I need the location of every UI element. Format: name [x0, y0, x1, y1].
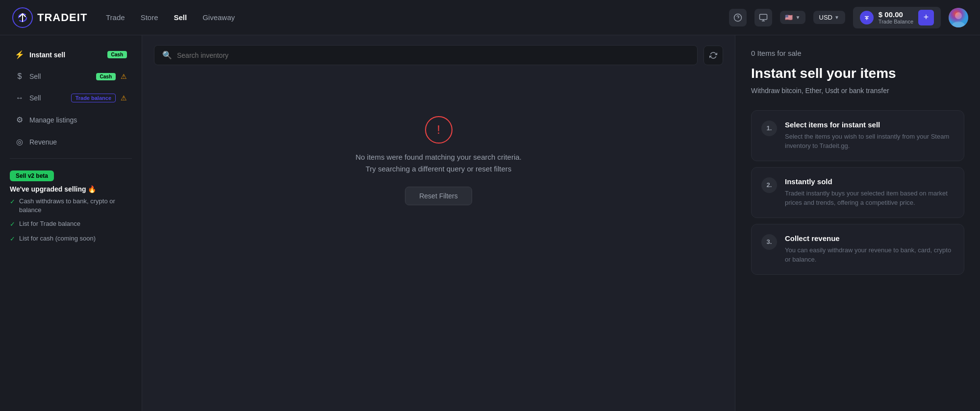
sidebar-instant-sell-label: Instant sell	[29, 51, 102, 59]
feature-item-3: ✓ List for cash (coming soon)	[10, 234, 132, 243]
nav-sell[interactable]: Sell	[174, 11, 187, 24]
step-content-1: Select items for instant sell Select the…	[785, 121, 954, 151]
feature-list: ✓ Cash withdraws to bank, crypto or bala…	[0, 197, 142, 243]
support-icon[interactable]	[729, 9, 747, 26]
step-content-2: Instantly sold Tradeit instantly buys yo…	[785, 177, 954, 208]
balance-amount: $ 00.00	[879, 10, 913, 19]
right-panel: 0 Items for sale Instant sell your items…	[735, 35, 980, 411]
gear-icon: ⚙	[15, 115, 25, 124]
header-right: 🇺🇸 ▼ USD ▼ $ 00.00 Trade Balance +	[729, 7, 968, 28]
balance-label: Trade Balance	[879, 19, 913, 24]
search-bar-row: 🔍	[154, 45, 723, 65]
sidebar-item-manage-listings[interactable]: ⚙ Manage listings	[5, 109, 137, 130]
step-desc-1: Select the items you wish to sell instan…	[785, 132, 954, 151]
chevron-down-icon: ▼	[834, 15, 839, 20]
nav-giveaway[interactable]: Giveaway	[202, 11, 235, 24]
logo-text: TRADEIT	[37, 11, 87, 24]
sidebar-divider	[10, 158, 132, 159]
feature-item-2: ✓ List for Trade balance	[10, 219, 132, 229]
instant-sell-subtitle: Withdraw bitcoin, Ether, Usdt or bank tr…	[751, 87, 964, 95]
header: TRADEIT Trade Store Sell Giveaway 🇺🇸 ▼ U…	[0, 0, 980, 35]
step-title-1: Select items for instant sell	[785, 121, 954, 129]
refresh-button[interactable]	[704, 46, 723, 65]
empty-title: No items were found matching your search…	[355, 151, 521, 175]
dollar-icon: $	[15, 72, 25, 81]
sidebar-manage-label: Manage listings	[29, 116, 127, 124]
check-icon-3: ✓	[10, 235, 15, 243]
svg-point-7	[955, 12, 962, 19]
balance-button[interactable]: $ 00.00 Trade Balance +	[853, 7, 941, 28]
sidebar: ⚡ Instant sell Cash $ Sell Cash ⚠ ↔ Sell…	[0, 35, 142, 411]
step-desc-3: You can easily withdraw your revenue to …	[785, 245, 954, 265]
reset-filters-button[interactable]: Reset Filters	[405, 187, 472, 205]
search-bar[interactable]: 🔍	[154, 45, 698, 65]
nav: Trade Store Sell Giveaway	[106, 11, 235, 24]
balance-info: $ 00.00 Trade Balance	[879, 10, 913, 24]
warning-icon: ⚠	[121, 73, 127, 80]
main-layout: ⚡ Instant sell Cash $ Sell Cash ⚠ ↔ Sell…	[0, 35, 980, 411]
feature-label-3: List for cash (coming soon)	[19, 234, 96, 243]
sidebar-item-instant-sell[interactable]: ⚡ Instant sell Cash	[5, 44, 137, 65]
nav-store[interactable]: Store	[141, 11, 158, 24]
svg-rect-3	[759, 14, 767, 20]
chevron-down-icon: ▼	[796, 15, 801, 20]
main-content: 🔍 ! No items were found matching your se…	[142, 35, 735, 411]
nav-trade[interactable]: Trade	[106, 11, 125, 24]
search-input[interactable]	[177, 51, 689, 59]
currency-label: USD	[819, 14, 832, 21]
step-number-3: 3.	[761, 234, 777, 250]
step-title-3: Collect revenue	[785, 234, 954, 242]
error-icon: !	[425, 116, 452, 144]
sidebar-item-sell-trade[interactable]: ↔ Sell Trade balance ⚠	[5, 88, 137, 108]
step-number-2: 2.	[761, 177, 777, 193]
step-card-1: 1. Select items for instant sell Select …	[751, 110, 964, 161]
warning-icon-2: ⚠	[121, 94, 127, 102]
sell-cash-badge: Cash	[96, 73, 116, 80]
instant-sell-title: Instant sell your items	[751, 65, 964, 82]
sidebar-item-sell-cash[interactable]: $ Sell Cash ⚠	[5, 66, 137, 87]
step-content-3: Collect revenue You can easily withdraw …	[785, 234, 954, 265]
step-number-1: 1.	[761, 121, 777, 136]
empty-state: ! No items were found matching your sear…	[154, 77, 723, 244]
sell-v2-title: We've upgraded selling 🔥	[0, 185, 142, 197]
add-balance-button[interactable]: +	[918, 10, 934, 25]
sidebar-sell-cash-label: Sell	[29, 73, 91, 80]
balance-icon	[860, 11, 874, 24]
step-card-3: 3. Collect revenue You can easily withdr…	[751, 224, 964, 275]
lightning-icon: ⚡	[15, 50, 25, 59]
language-selector[interactable]: 🇺🇸 ▼	[780, 11, 805, 24]
user-avatar[interactable]	[949, 8, 968, 27]
sell-trade-badge: Trade balance	[71, 94, 116, 102]
step-desc-2: Tradeit instantly buys your selected ite…	[785, 189, 954, 208]
feature-item-1: ✓ Cash withdraws to bank, crypto or bala…	[10, 197, 132, 215]
step-card-2: 2. Instantly sold Tradeit instantly buys…	[751, 167, 964, 218]
sidebar-sell-trade-label: Sell	[29, 94, 66, 102]
step-title-2: Instantly sold	[785, 177, 954, 186]
logo[interactable]: TRADEIT	[12, 7, 90, 28]
items-count: 0 Items for sale	[751, 49, 964, 57]
flag-icon: 🇺🇸	[785, 14, 793, 21]
feature-label-2: List for Trade balance	[19, 219, 80, 228]
feature-label-1: Cash withdraws to bank, crypto or balanc…	[19, 197, 132, 215]
search-icon: 🔍	[162, 50, 172, 60]
sell-v2-badge: Sell v2 beta	[10, 170, 54, 181]
trade-icon: ↔	[15, 94, 25, 102]
sidebar-revenue-label: Revenue	[29, 138, 127, 146]
sidebar-item-revenue[interactable]: ◎ Revenue	[5, 131, 137, 152]
check-icon-1: ✓	[10, 197, 15, 206]
currency-selector[interactable]: USD ▼	[813, 11, 845, 24]
revenue-icon: ◎	[15, 137, 25, 146]
monitor-icon[interactable]	[754, 9, 772, 26]
instant-sell-badge: Cash	[107, 51, 127, 58]
check-icon-2: ✓	[10, 220, 15, 229]
